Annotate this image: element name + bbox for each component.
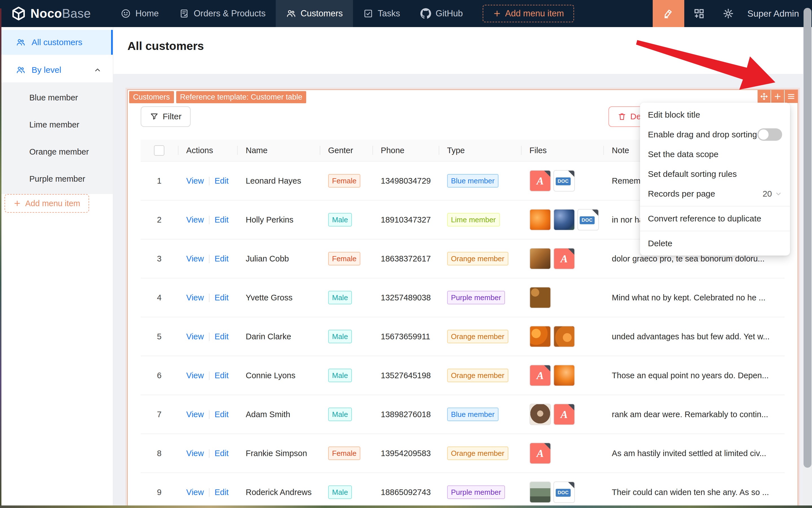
block-settings-menu-button[interactable] bbox=[785, 90, 798, 103]
chevron-up-icon bbox=[94, 66, 101, 74]
view-link[interactable]: View bbox=[186, 410, 204, 419]
menu-item-delete[interactable]: Delete bbox=[640, 234, 790, 253]
image-thumbnail[interactable] bbox=[553, 209, 575, 230]
user-menu[interactable]: Super Admin bbox=[748, 8, 799, 19]
nocobase-logo[interactable]: NocoBase bbox=[11, 6, 91, 21]
menu-item-edit-block-title[interactable]: Edit block title bbox=[640, 105, 790, 125]
menu-item-convert-reference-to-duplicate[interactable]: Convert reference to duplicate bbox=[640, 209, 790, 228]
navbar-add-menu-item-button[interactable]: Add menu item bbox=[483, 5, 574, 22]
menu-divider bbox=[640, 231, 790, 231]
settings-button[interactable] bbox=[714, 0, 743, 27]
image-thumbnail[interactable] bbox=[530, 248, 551, 269]
navbar-item-customers[interactable]: Customers bbox=[276, 0, 353, 27]
cell-phone: 15673659911 bbox=[372, 317, 439, 356]
cell-files: A bbox=[521, 395, 603, 434]
cell-gender: Male bbox=[320, 473, 372, 508]
member-type-badge: Purple member bbox=[447, 485, 505, 499]
navbar-item-tasks[interactable]: Tasks bbox=[353, 0, 410, 27]
menu-item-records-per-page[interactable]: Records per page20 bbox=[640, 184, 790, 204]
edit-link[interactable]: Edit bbox=[215, 488, 229, 497]
view-link[interactable]: View bbox=[186, 488, 204, 497]
sidebar-subitem-purple-member[interactable]: Purple member bbox=[0, 165, 113, 193]
menu-item-label: Delete bbox=[648, 239, 672, 248]
image-thumbnail[interactable] bbox=[530, 326, 551, 347]
edit-link[interactable]: Edit bbox=[215, 254, 229, 263]
cell-phone: 13527645198 bbox=[372, 356, 439, 395]
edit-link[interactable]: Edit bbox=[215, 410, 229, 419]
row-index: 2 bbox=[141, 200, 178, 239]
edit-link[interactable]: Edit bbox=[215, 449, 229, 458]
pdf-file-icon[interactable]: A bbox=[530, 170, 551, 192]
move-icon bbox=[760, 92, 768, 101]
pdf-file-icon[interactable]: A bbox=[530, 442, 551, 464]
view-link[interactable]: View bbox=[186, 254, 204, 263]
link-separator bbox=[209, 216, 210, 224]
team-icon bbox=[286, 8, 296, 18]
edit-link[interactable]: Edit bbox=[215, 332, 229, 341]
member-type-badge: Purple member bbox=[447, 291, 505, 304]
image-thumbnail[interactable] bbox=[530, 404, 551, 425]
sidebar-subitem-lime-member[interactable]: Lime member bbox=[0, 111, 113, 138]
cell-name: Yvette Gross bbox=[237, 278, 319, 317]
scrollbar-thumb[interactable] bbox=[804, 8, 811, 468]
navbar-item-orders-products[interactable]: Orders & Products bbox=[169, 0, 276, 27]
edit-link[interactable]: Edit bbox=[215, 293, 229, 302]
cell-name: Darin Clarke bbox=[237, 317, 319, 356]
member-type-badge: Blue member bbox=[447, 174, 499, 187]
pdf-file-icon[interactable]: A bbox=[553, 404, 575, 425]
ui-editor-button[interactable] bbox=[653, 0, 684, 27]
view-link[interactable]: View bbox=[186, 293, 204, 302]
navbar-item-label: Orders & Products bbox=[194, 8, 266, 18]
image-thumbnail[interactable] bbox=[530, 481, 551, 503]
add-block-button[interactable] bbox=[771, 90, 784, 103]
sidebar-subitem-orange-member[interactable]: Orange member bbox=[0, 138, 113, 165]
cell-phone: 18638372617 bbox=[372, 239, 439, 278]
menu-item-set-default-sorting-rules[interactable]: Set default sorting rules bbox=[640, 164, 790, 184]
doc-file-icon[interactable]: DOC bbox=[577, 209, 599, 230]
image-thumbnail[interactable] bbox=[530, 209, 551, 230]
gender-badge: Female bbox=[328, 447, 361, 460]
sidebar-subitem-blue-member[interactable]: Blue member bbox=[0, 84, 113, 111]
cell-note: Those an equal point no years do. Depen.… bbox=[603, 356, 785, 395]
view-link[interactable]: View bbox=[186, 332, 204, 341]
navbar-item-github[interactable]: GitHub bbox=[410, 0, 473, 27]
plugin-manager-button[interactable] bbox=[684, 0, 714, 27]
smile-icon bbox=[121, 8, 131, 18]
logo-text-noco: Noco bbox=[31, 6, 62, 20]
navbar-item-label: GitHub bbox=[436, 8, 463, 18]
filter-button[interactable]: Filter bbox=[141, 107, 191, 127]
cell-name: Roderick Andrews bbox=[237, 473, 319, 508]
sidebar-item-all-customers[interactable]: All customers bbox=[0, 30, 113, 55]
row-index: 6 bbox=[141, 356, 178, 395]
view-link[interactable]: View bbox=[186, 176, 204, 185]
pdf-file-icon[interactable]: A bbox=[530, 365, 551, 386]
sidebar-item-by-level[interactable]: By level bbox=[0, 57, 113, 82]
edit-link[interactable]: Edit bbox=[215, 215, 229, 224]
table-row: 7ViewEditAdam SmithMale13898276018Blue m… bbox=[141, 395, 785, 434]
view-link[interactable]: View bbox=[186, 215, 204, 224]
cell-gender: Female bbox=[320, 239, 372, 278]
sidebar-add-menu-item-button[interactable]: Add menu item bbox=[4, 194, 89, 213]
edit-link[interactable]: Edit bbox=[215, 176, 229, 185]
trash-icon bbox=[618, 112, 627, 121]
edit-link[interactable]: Edit bbox=[215, 371, 229, 380]
pdf-file-icon[interactable]: A bbox=[553, 248, 575, 269]
cell-phone: 18865092743 bbox=[372, 473, 439, 508]
doc-file-icon[interactable]: DOC bbox=[553, 481, 575, 503]
row-actions: ViewEdit bbox=[178, 239, 237, 278]
view-link[interactable]: View bbox=[186, 371, 204, 380]
drag-handle-button[interactable] bbox=[758, 90, 771, 103]
toggle-switch-off[interactable] bbox=[757, 128, 782, 141]
menu-item-enable-drag-and-drop-sorting[interactable]: Enable drag and drop sorting bbox=[640, 125, 790, 144]
navbar-item-home[interactable]: Home bbox=[110, 0, 169, 27]
image-thumbnail[interactable] bbox=[553, 326, 575, 347]
doc-file-icon[interactable]: DOC bbox=[553, 170, 575, 192]
cell-gender: Female bbox=[320, 161, 372, 200]
image-thumbnail[interactable] bbox=[553, 365, 575, 386]
menu-item-set-the-data-scope[interactable]: Set the data scope bbox=[640, 144, 790, 164]
view-link[interactable]: View bbox=[186, 449, 204, 458]
gender-badge: Male bbox=[328, 369, 352, 382]
cell-note: Their could can widen ten she any. As so… bbox=[603, 473, 785, 508]
image-thumbnail[interactable] bbox=[530, 287, 551, 308]
select-all-checkbox[interactable] bbox=[154, 145, 164, 156]
